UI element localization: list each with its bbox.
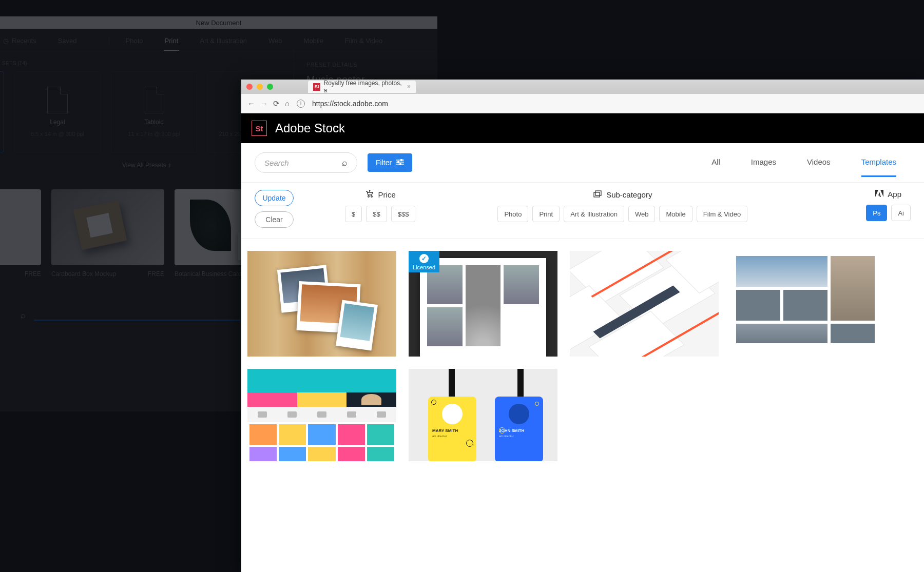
svg-point-6 — [368, 196, 369, 198]
price-2[interactable]: $$ — [366, 206, 387, 222]
tab-art-illustration[interactable]: Art & Illustration — [199, 37, 248, 45]
tab-film-video[interactable]: Film & Video — [344, 37, 383, 45]
svg-marker-12 — [878, 192, 881, 197]
subcat-photo[interactable]: Photo — [497, 206, 528, 222]
app-ps[interactable]: Ps — [866, 205, 887, 221]
licensed-badge: ✓ Licensed — [409, 251, 439, 272]
update-button[interactable]: Update — [255, 190, 294, 206]
subcat-mobile[interactable]: Mobile — [659, 206, 692, 222]
svg-point-7 — [371, 196, 372, 198]
stack-icon — [593, 190, 602, 200]
preset-details-label: PRESET DETAILS — [306, 62, 425, 68]
nav-all[interactable]: All — [711, 157, 720, 177]
browser-tabstrip: St Royalty free images, photos, a × — [241, 80, 924, 94]
browser-tab[interactable]: St Royalty free images, photos, a × — [308, 81, 416, 93]
maximize-window-icon[interactable] — [267, 84, 273, 90]
svg-marker-10 — [875, 190, 878, 197]
price-3[interactable]: $$$ — [391, 206, 416, 222]
clock-icon: ◷ — [3, 37, 9, 45]
adobe-a-icon — [875, 190, 883, 199]
home-icon[interactable]: ⌂ — [285, 99, 290, 108]
tab-print[interactable]: Print — [164, 37, 180, 51]
template-thumbnail — [51, 189, 164, 265]
filter-group-price: Price $ $$ $$$ — [345, 190, 415, 222]
subcat-art[interactable]: Art & Illustration — [564, 206, 624, 222]
adobe-stock-header: St Adobe Stock — [241, 113, 924, 143]
tab-photo[interactable]: Photo — [125, 37, 144, 45]
search-icon: ⌕ — [21, 311, 26, 320]
back-icon[interactable]: ← — [247, 99, 255, 108]
svg-rect-9 — [594, 192, 600, 197]
nav-templates[interactable]: Templates — [861, 157, 896, 177]
result-card[interactable] — [731, 251, 880, 343]
minimize-window-icon[interactable] — [257, 84, 263, 90]
tab-recents[interactable]: ◷Recents — [2, 37, 37, 45]
sliders-icon — [396, 159, 404, 167]
subcat-film[interactable]: Film & Video — [697, 206, 747, 222]
price-1[interactable]: $ — [345, 206, 362, 222]
result-card[interactable] — [570, 251, 719, 357]
adobe-stock-brand: Adobe Stock — [275, 121, 345, 135]
newdoc-category-tabs: ◷Recents Saved Photo Print Art & Illustr… — [0, 29, 437, 51]
filter-group-subcategory: Sub-category Photo Print Art & Illustrat… — [497, 190, 747, 222]
filter-group-app: App Ps Ai — [866, 190, 911, 221]
nav-videos[interactable]: Videos — [807, 157, 831, 177]
filter-button[interactable]: Filter — [368, 153, 412, 172]
preset-card-tabloid[interactable]: Tabloid 11 x 17 in @ 300 ppi — [111, 71, 197, 152]
check-icon: ✓ — [419, 254, 429, 263]
clear-button[interactable]: Clear — [255, 211, 294, 228]
close-tab-icon[interactable]: × — [407, 83, 411, 90]
tab-web[interactable]: Web — [267, 37, 283, 45]
presets-count-label: SETS (14) — [0, 61, 294, 66]
stock-category-nav: All Images Videos Templates — [711, 157, 911, 168]
template-thumbnail — [0, 189, 41, 265]
subcat-print[interactable]: Print — [532, 206, 560, 222]
browser-toolbar: ← → ⟳ ⌂ i https://stock.adobe.com — [241, 94, 924, 113]
reload-icon[interactable]: ⟳ — [273, 99, 280, 108]
nav-images[interactable]: Images — [751, 157, 776, 177]
forward-icon[interactable]: → — [260, 99, 268, 108]
filter-row: Update Clear Price $ $$ $$$ Sub-category… — [241, 183, 924, 239]
results-grid: ✓ Licensed — [241, 239, 924, 461]
preset-card-selected[interactable] — [0, 71, 4, 152]
svg-point-5 — [400, 164, 401, 165]
preset-card-legal[interactable]: Legal 8.5 x 14 in @ 300 ppi — [14, 71, 101, 152]
site-info-icon[interactable]: i — [297, 100, 305, 108]
subcat-web[interactable]: Web — [628, 206, 656, 222]
adobe-stock-logo-icon: St — [252, 121, 267, 136]
search-placeholder: Search — [264, 159, 289, 167]
app-ai[interactable]: Ai — [891, 205, 911, 221]
svg-marker-11 — [880, 190, 883, 197]
search-input[interactable] — [34, 310, 240, 321]
svg-point-4 — [398, 162, 399, 163]
svg-rect-8 — [595, 191, 601, 195]
result-card[interactable]: ✓ Licensed — [409, 251, 557, 357]
result-card[interactable] — [247, 369, 396, 461]
result-card[interactable]: MARY SMITH art director JOHN SMITH art d… — [409, 369, 557, 461]
address-bar[interactable]: https://stock.adobe.com — [312, 100, 918, 108]
template-card[interactable]: FREE — [0, 189, 41, 278]
favicon-st-icon: St — [313, 83, 320, 91]
search-icon[interactable]: ⌕ — [342, 157, 348, 168]
cart-icon — [365, 190, 374, 200]
close-window-icon[interactable] — [246, 84, 253, 90]
tab-mobile[interactable]: Mobile — [303, 37, 324, 45]
search-input[interactable]: Search ⌕ — [255, 152, 357, 173]
result-card[interactable] — [247, 251, 396, 357]
page-icon — [47, 87, 68, 113]
chrome-browser-window: St Royalty free images, photos, a × ← → … — [241, 80, 924, 572]
window-controls[interactable] — [246, 84, 273, 90]
tab-saved[interactable]: Saved — [57, 37, 78, 45]
stock-searchbar: Search ⌕ Filter All Images Videos Templa… — [241, 143, 924, 183]
template-card-box-mockup[interactable]: Cardboard Box MockupFREE — [51, 189, 164, 278]
page-icon — [144, 87, 164, 113]
svg-point-3 — [401, 160, 402, 161]
tab-title: Royalty free images, photos, a — [323, 80, 404, 94]
window-title: New Document — [0, 16, 437, 29]
